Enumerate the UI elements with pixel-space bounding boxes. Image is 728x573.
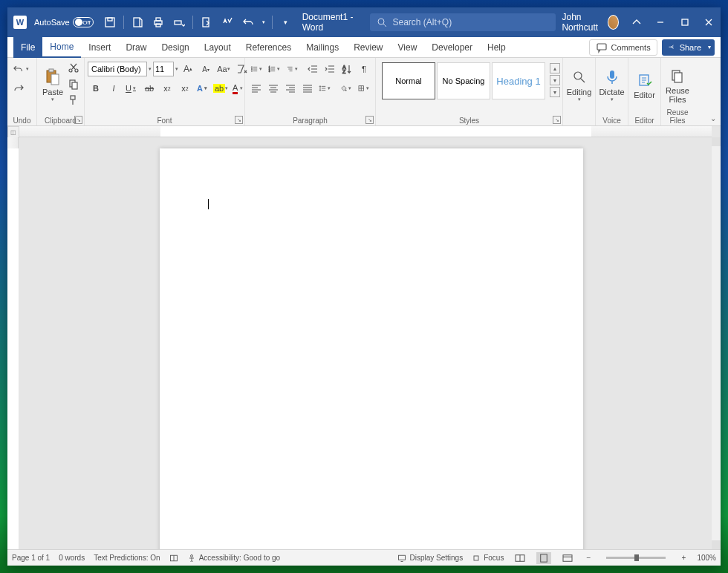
decrease-indent-button[interactable] bbox=[305, 61, 321, 77]
font-launcher[interactable]: ↘ bbox=[235, 116, 243, 124]
font-size-dropdown[interactable]: ▾ bbox=[175, 66, 178, 72]
document-page[interactable] bbox=[160, 148, 583, 549]
ruler-corner[interactable]: ◫ bbox=[7, 126, 19, 138]
font-size-input[interactable] bbox=[153, 62, 174, 76]
new-doc-button[interactable] bbox=[129, 13, 146, 31]
page-count[interactable]: Page 1 of 1 bbox=[12, 554, 50, 562]
accessibility-status[interactable]: Accessibility: Good to go bbox=[187, 554, 281, 563]
paste-button[interactable]: Paste▾ bbox=[40, 59, 65, 111]
font-color-button[interactable]: A▾ bbox=[230, 80, 247, 96]
comments-button[interactable]: Comments bbox=[589, 39, 657, 56]
zoom-slider-thumb[interactable] bbox=[634, 554, 639, 561]
web-layout-button[interactable] bbox=[560, 552, 575, 564]
tab-view[interactable]: View bbox=[391, 37, 425, 58]
user-account[interactable]: John Northcutt bbox=[556, 12, 624, 33]
styles-scroll-down[interactable]: ▾ bbox=[550, 75, 560, 85]
undo-button[interactable] bbox=[239, 13, 257, 31]
subscript-button[interactable]: x2 bbox=[159, 80, 175, 96]
sort-button[interactable]: AZ bbox=[339, 61, 355, 77]
reuse-files-button[interactable]: Reuse Files bbox=[664, 59, 691, 111]
font-name-input[interactable] bbox=[88, 62, 147, 76]
vertical-scrollbar[interactable] bbox=[712, 137, 721, 549]
collapse-ribbon-button[interactable]: ⌄ bbox=[710, 114, 716, 122]
minimize-button[interactable] bbox=[649, 7, 672, 37]
tab-references[interactable]: References bbox=[238, 37, 299, 58]
tab-review[interactable]: Review bbox=[346, 37, 390, 58]
numbering-button[interactable]: 123▾ bbox=[266, 61, 283, 77]
show-paragraph-marks-button[interactable]: ¶ bbox=[356, 61, 372, 77]
style-heading-1[interactable]: Heading 1 bbox=[492, 62, 545, 99]
borders-button[interactable]: ▾ bbox=[355, 80, 372, 96]
read-mode-button[interactable] bbox=[513, 552, 527, 564]
vertical-ruler[interactable] bbox=[7, 137, 19, 549]
print-layout-button[interactable] bbox=[536, 552, 551, 564]
style-normal[interactable]: Normal bbox=[382, 62, 435, 99]
editing-button[interactable]: Editing▾ bbox=[566, 59, 592, 111]
justify-button[interactable] bbox=[299, 80, 316, 96]
search-input[interactable]: Search (Alt+Q) bbox=[370, 13, 556, 31]
align-right-button[interactable] bbox=[282, 80, 299, 96]
display-settings[interactable]: Display Settings bbox=[397, 554, 463, 563]
spellcheck-button[interactable] bbox=[218, 13, 236, 31]
shading-button[interactable]: ▾ bbox=[337, 80, 354, 96]
format-painter-button[interactable] bbox=[65, 92, 82, 108]
bold-button[interactable]: B bbox=[88, 80, 104, 96]
tab-design[interactable]: Design bbox=[154, 37, 196, 58]
underline-button[interactable]: U▾ bbox=[123, 80, 140, 96]
qat-customize[interactable]: ▾ bbox=[277, 13, 295, 31]
text-effects-button[interactable]: A▾ bbox=[195, 80, 211, 96]
language-button[interactable] bbox=[169, 554, 178, 563]
font-name-dropdown[interactable]: ▾ bbox=[149, 66, 152, 72]
autosave-toggle[interactable]: AutoSave Off bbox=[30, 17, 98, 27]
italic-button[interactable]: I bbox=[105, 80, 122, 96]
styles-scroll-up[interactable]: ▴ bbox=[550, 63, 560, 73]
tab-home[interactable]: Home bbox=[42, 37, 81, 58]
zoom-slider[interactable] bbox=[606, 557, 666, 559]
line-spacing-button[interactable]: ▾ bbox=[316, 80, 334, 96]
tab-mailings[interactable]: Mailings bbox=[299, 37, 346, 58]
zoom-out-button[interactable]: − bbox=[584, 554, 593, 562]
focus-mode[interactable]: Focus bbox=[472, 554, 504, 563]
bullets-button[interactable]: ▾ bbox=[248, 61, 265, 77]
quick-print-dropdown[interactable] bbox=[170, 13, 188, 31]
save-button[interactable] bbox=[101, 13, 119, 31]
word-count[interactable]: 0 words bbox=[59, 554, 85, 562]
styles-expand[interactable]: ▾ bbox=[550, 87, 560, 97]
change-case-button[interactable]: Aa▾ bbox=[215, 61, 232, 77]
cut-button[interactable] bbox=[65, 59, 82, 76]
dictate-button[interactable]: Dictate▾ bbox=[599, 59, 625, 111]
horizontal-ruler[interactable] bbox=[19, 126, 712, 137]
grow-font-button[interactable]: A▴ bbox=[180, 61, 196, 77]
shrink-font-button[interactable]: A▾ bbox=[198, 61, 214, 77]
export-button[interactable] bbox=[198, 13, 215, 31]
zoom-in-button[interactable]: + bbox=[679, 554, 688, 562]
align-center-button[interactable] bbox=[265, 80, 282, 96]
strikethrough-button[interactable]: ab bbox=[141, 80, 157, 96]
zoom-level[interactable]: 100% bbox=[697, 554, 716, 562]
redo-button[interactable] bbox=[10, 80, 27, 96]
styles-launcher[interactable]: ↘ bbox=[553, 116, 561, 124]
undo-ribbon-button[interactable]: ▾ bbox=[10, 61, 33, 77]
tab-file[interactable]: File bbox=[13, 37, 42, 58]
tab-insert[interactable]: Insert bbox=[81, 37, 118, 58]
copy-button[interactable] bbox=[65, 76, 82, 92]
paragraph-launcher[interactable]: ↘ bbox=[365, 116, 374, 124]
increase-indent-button[interactable] bbox=[322, 61, 338, 77]
tab-help[interactable]: Help bbox=[480, 37, 513, 58]
tab-layout[interactable]: Layout bbox=[197, 37, 238, 58]
close-button[interactable] bbox=[697, 7, 721, 37]
text-predictions[interactable]: Text Predictions: On bbox=[94, 554, 160, 562]
tab-developer[interactable]: Developer bbox=[424, 37, 480, 58]
highlight-button[interactable]: ab▾ bbox=[212, 80, 229, 96]
undo-dropdown[interactable]: ▾ bbox=[260, 19, 267, 25]
style-no-spacing[interactable]: No Spacing bbox=[437, 62, 490, 99]
share-button[interactable]: Share bbox=[662, 39, 715, 56]
print-button[interactable] bbox=[149, 13, 167, 31]
tab-draw[interactable]: Draw bbox=[118, 37, 154, 58]
maximize-button[interactable] bbox=[672, 7, 696, 37]
multilevel-list-button[interactable]: ▾ bbox=[284, 61, 301, 77]
ribbon-display-options[interactable] bbox=[625, 7, 649, 37]
align-left-button[interactable] bbox=[248, 80, 264, 96]
clipboard-launcher[interactable]: ↘ bbox=[74, 116, 82, 124]
superscript-button[interactable]: x2 bbox=[177, 80, 193, 96]
